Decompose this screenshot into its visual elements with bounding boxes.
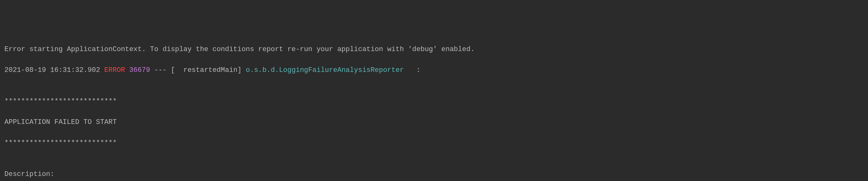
timestamp: 2021-08-19 16:31:32.902 (4, 66, 104, 74)
description-header: Description: (4, 169, 864, 179)
banner-top: *************************** (4, 96, 864, 107)
log-line-context-error: Error starting ApplicationContext. To di… (4, 44, 864, 55)
log-level-error: ERROR (104, 66, 125, 74)
process-id: 36679 (129, 66, 150, 74)
log-tail: : (412, 66, 421, 74)
log-line-error-entry: 2021-08-19 16:31:32.902 ERROR 36679 --- … (4, 65, 864, 76)
separator (125, 66, 129, 74)
thread-info: --- [ restartedMain] (150, 66, 246, 74)
banner-title: APPLICATION FAILED TO START (4, 117, 864, 127)
banner-bottom: *************************** (4, 138, 864, 148)
logger-class: o.s.b.d.LoggingFailureAnalysisReporter (246, 66, 412, 74)
